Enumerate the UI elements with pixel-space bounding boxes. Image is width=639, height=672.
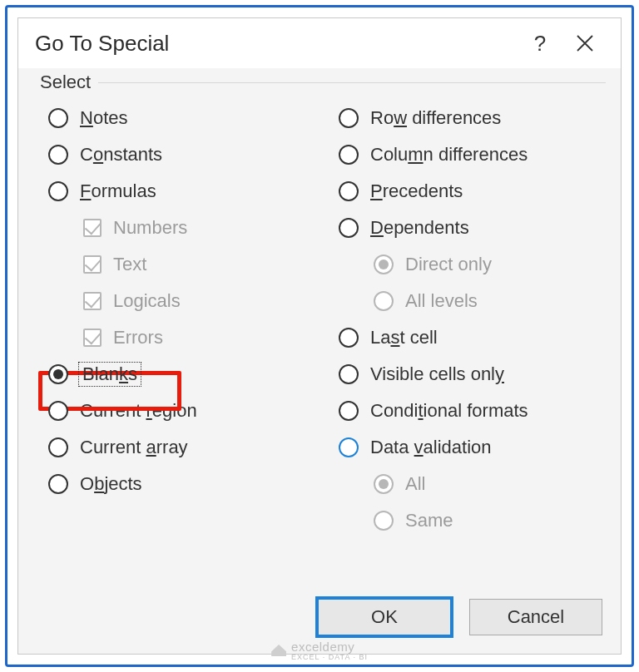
watermark: exceldemy EXCEL · DATA · BI (271, 640, 368, 661)
left-column: Notes Constants Formulas Numbers (33, 100, 315, 539)
close-icon (575, 33, 595, 53)
radio-icon (374, 511, 394, 531)
radio-precedents[interactable]: Precedents (324, 173, 606, 210)
checkbox-logicals: Logicals (33, 283, 315, 319)
help-button[interactable]: ? (518, 27, 562, 60)
ok-button[interactable]: OK (318, 599, 451, 635)
radio-all-levels: All levels (324, 283, 606, 319)
radio-icon (339, 364, 359, 384)
radio-icon (48, 401, 68, 421)
watermark-logo-icon (271, 645, 286, 656)
radio-constants[interactable]: Constants (33, 136, 315, 173)
radio-icon (48, 474, 68, 494)
radio-objects[interactable]: Objects (33, 466, 315, 502)
right-column: Row differences Column differences Prece… (324, 100, 606, 539)
close-button[interactable] (562, 27, 607, 60)
radio-dv-same: Same (324, 502, 606, 539)
radio-conditional-formats[interactable]: Conditional formats (324, 393, 606, 429)
checkbox-icon (83, 292, 102, 310)
radio-dependents[interactable]: Dependents (324, 210, 606, 246)
radio-formulas[interactable]: Formulas (33, 173, 315, 210)
checkbox-icon (83, 329, 102, 347)
go-to-special-dialog: Go To Special ? Select Notes (17, 17, 622, 655)
checkbox-icon (83, 255, 102, 274)
radio-icon (339, 328, 359, 348)
cancel-button[interactable]: Cancel (469, 599, 602, 635)
checkbox-numbers: Numbers (33, 210, 315, 246)
radio-icon (339, 218, 359, 238)
checkbox-text: Text (33, 246, 315, 283)
group-divider (98, 82, 606, 83)
radio-data-validation[interactable]: Data validation (324, 429, 606, 466)
radio-current-region[interactable]: Current region (33, 393, 315, 429)
radio-column-differences[interactable]: Column differences (324, 136, 606, 173)
select-group: Select Notes Constants Formulas (33, 85, 606, 586)
radio-icon (374, 254, 394, 274)
dialog-title: Go To Special (35, 31, 518, 57)
radio-direct-only: Direct only (324, 246, 606, 283)
radio-icon (48, 108, 68, 128)
radio-icon (48, 145, 68, 165)
radio-icon (374, 474, 394, 494)
checkbox-errors: Errors (33, 319, 315, 356)
radio-icon (339, 401, 359, 421)
checkbox-icon (83, 219, 102, 237)
radio-icon (339, 145, 359, 165)
radio-row-differences[interactable]: Row differences (324, 100, 606, 136)
radio-icon (339, 181, 359, 201)
radio-icon (48, 364, 68, 384)
radio-icon (48, 437, 68, 457)
titlebar: Go To Special ? (18, 18, 621, 68)
help-icon: ? (534, 31, 546, 57)
radio-visible-cells-only[interactable]: Visible cells only (324, 356, 606, 393)
radio-icon (374, 291, 394, 311)
radio-dv-all: All (324, 466, 606, 502)
screenshot-frame: Go To Special ? Select Notes (5, 5, 634, 667)
radio-blanks[interactable]: Blanks (33, 356, 315, 393)
group-label: Select (35, 72, 96, 93)
radio-current-array[interactable]: Current array (33, 429, 315, 466)
radio-notes[interactable]: Notes (33, 100, 315, 136)
radio-last-cell[interactable]: Last cell (324, 319, 606, 356)
radio-icon (48, 181, 68, 201)
radio-icon (339, 437, 359, 457)
radio-icon (339, 108, 359, 128)
